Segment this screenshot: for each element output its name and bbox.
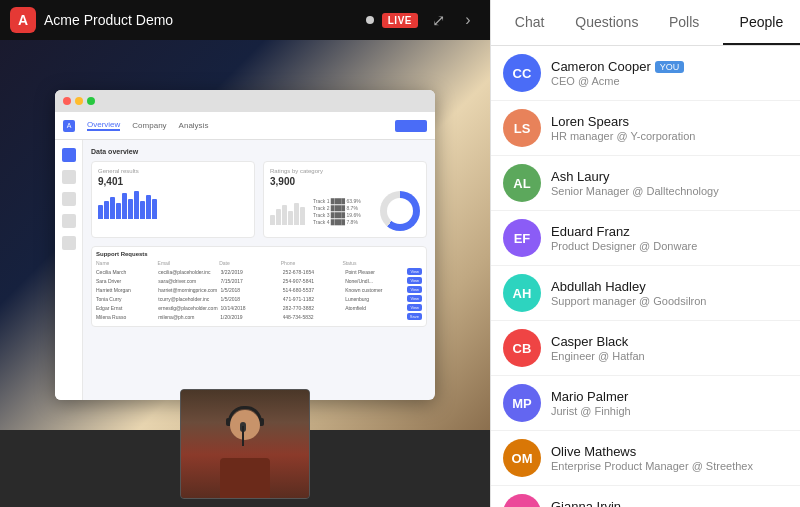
dash-nav-company[interactable]: Company (132, 121, 166, 130)
row-view-btn-5[interactable]: View (407, 304, 422, 311)
dash-table-header: Name Email Date Phone Status (96, 260, 422, 266)
bar-6 (128, 199, 133, 219)
th-phone: Phone (281, 260, 341, 266)
person-body (220, 458, 270, 498)
tab-people[interactable]: People (723, 0, 800, 45)
row-view-btn-3[interactable]: View (407, 286, 422, 293)
left-panel: A Acme Product Demo LIVE ⤢ › A Overvi (0, 0, 490, 507)
bar-7 (134, 191, 139, 219)
person-avatar: GI (503, 494, 541, 507)
rbar-6 (300, 207, 305, 225)
header-bar: A Acme Product Demo LIVE ⤢ › (0, 0, 490, 40)
dash-stat-general-label: General results (98, 168, 248, 174)
person-info: Abdullah HadleySupport manager @ Goodsil… (551, 279, 788, 307)
bar-2 (104, 201, 109, 219)
person-item: GIGianna IrvinUX Engineer @ Rangreen (491, 486, 800, 507)
person-info: Gianna IrvinUX Engineer @ Rangreen (551, 499, 788, 507)
th-date: Date (219, 260, 279, 266)
dash-nav-analysis[interactable]: Analysis (179, 121, 209, 130)
video-area: A Overview Company Analysis D (0, 40, 490, 507)
dash-table: Support Requests Name Email Date Phone S… (91, 246, 427, 327)
person-name: Cameron CooperYOU (551, 59, 788, 74)
rbar-2 (276, 209, 281, 225)
table-row: Tonia Curry tcurry@placeholder.inc 1/5/2… (96, 295, 422, 302)
bar-8 (140, 201, 145, 219)
header-controls: ⤢ › (426, 8, 480, 32)
tabs-bar: Chat Questions Polls People (491, 0, 800, 46)
person-info: Olive MathewsEnterprise Product Manager … (551, 444, 788, 472)
row-email: cecilia@placeholder.inc (158, 269, 218, 275)
rbar-3 (282, 205, 287, 225)
dash-stat-general: General results 9,401 (91, 161, 255, 238)
row-view-btn-4[interactable]: View (407, 295, 422, 302)
person-name: Casper Black (551, 334, 788, 349)
person-avatar: OM (503, 439, 541, 477)
status-dot (366, 16, 374, 24)
dash-people-icon[interactable] (62, 192, 76, 206)
screen-share: A Overview Company Analysis D (0, 40, 490, 430)
person-role: Product Designer @ Donware (551, 240, 788, 252)
dash-chart-icon[interactable] (62, 170, 76, 184)
person-item: OMOlive MathewsEnterprise Product Manage… (491, 431, 800, 486)
donut-chart (380, 191, 420, 231)
bar-9 (146, 195, 151, 219)
row-view-btn[interactable]: View (407, 268, 422, 275)
speaker-person (181, 390, 309, 498)
rbar-1 (270, 215, 275, 225)
person-name: Ash Laury (551, 169, 788, 184)
person-item: CBCasper BlackEngineer @ Hatfan (491, 321, 800, 376)
table-row: Harriett Morgan harriet@morningprice.com… (96, 286, 422, 293)
bar-chart-general (98, 191, 248, 219)
table-row: Sara Driver sara@driver.com 7/15/2017 25… (96, 277, 422, 284)
tab-questions[interactable]: Questions (568, 0, 645, 45)
person-info: Eduard FranzProduct Designer @ Donware (551, 224, 788, 252)
dash-content: Data overview General results 9,401 (83, 140, 435, 400)
person-avatar: LS (503, 109, 541, 147)
minimize-dot (75, 97, 83, 105)
tab-chat[interactable]: Chat (491, 0, 568, 45)
row-view-btn-6[interactable]: Save (407, 313, 422, 320)
dash-nav-overview[interactable]: Overview (87, 120, 120, 131)
bar-10 (152, 199, 157, 219)
table-row: Milena Russo milena@ph.com 1/20/2019 448… (96, 313, 422, 320)
dash-home-icon[interactable] (62, 148, 76, 162)
right-panel: Chat Questions Polls People CCCameron Co… (490, 0, 800, 507)
dash-gear-icon[interactable] (62, 236, 76, 250)
bar-chart-ratings (270, 197, 305, 225)
rbar-4 (288, 211, 293, 225)
person-role: Jurist @ Finhigh (551, 405, 788, 417)
app-icon: A (10, 7, 36, 33)
person-name: Eduard Franz (551, 224, 788, 239)
mic-stand (242, 426, 244, 446)
person-avatar: CC (503, 54, 541, 92)
person-name: Loren Spears (551, 114, 788, 129)
person-info: Mario PalmerJurist @ Finhigh (551, 389, 788, 417)
bar-4 (116, 203, 121, 219)
maximize-dot (87, 97, 95, 105)
person-item: LSLoren SpearsHR manager @ Y-corporation (491, 101, 800, 156)
table-row: Edgar Ernst ernestlg@placeholder.com 10/… (96, 304, 422, 311)
person-item: EFEduard FranzProduct Designer @ Donware (491, 211, 800, 266)
header-title: Acme Product Demo (44, 12, 358, 28)
expand-button[interactable]: ⤢ (426, 8, 450, 32)
dash-stats-row: General results 9,401 (91, 161, 427, 238)
table-row: Cecilia March cecilia@placeholder.inc 3/… (96, 268, 422, 275)
next-button[interactable]: › (456, 8, 480, 32)
th-email: Email (158, 260, 218, 266)
bar-3 (110, 197, 115, 219)
dash-settings-icon[interactable] (62, 214, 76, 228)
tab-polls[interactable]: Polls (646, 0, 723, 45)
dash-titlebar (55, 90, 435, 112)
person-role: Engineer @ Hatfan (551, 350, 788, 362)
row-view-btn-2[interactable]: View (407, 277, 422, 284)
person-role: Enterprise Product Manager @ Streethex (551, 460, 788, 472)
row-date: 3/22/2019 (221, 269, 281, 275)
person-item: MPMario PalmerJurist @ Finhigh (491, 376, 800, 431)
person-item: CCCameron CooperYOUCEO @ Acme (491, 46, 800, 101)
person-info: Ash LaurySenior Manager @ Dalltechnology (551, 169, 788, 197)
person-avatar: AH (503, 274, 541, 312)
person-name: Mario Palmer (551, 389, 788, 404)
person-avatar: AL (503, 164, 541, 202)
row-name: Cecilia March (96, 269, 156, 275)
dash-stat-ratings-value: 3,900 (270, 176, 420, 187)
